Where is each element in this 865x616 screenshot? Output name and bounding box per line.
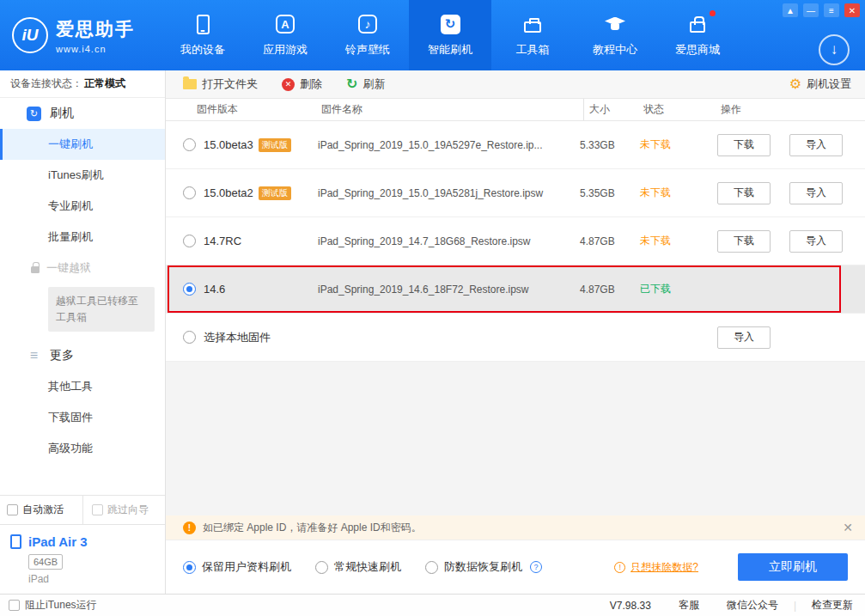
support-link[interactable]: 客服	[679, 598, 699, 613]
checkbox-icon	[92, 504, 103, 515]
sidebar-item-advanced-features[interactable]: 高级功能	[0, 433, 165, 464]
refresh-button[interactable]: ↻ 刷新	[346, 76, 385, 92]
open-folder-button[interactable]: 打开文件夹	[183, 76, 258, 92]
flash-mode-panel: 保留用户资料刷机 常规快速刷机 防数据恢复刷机 ? ! 只想抹除数据? 立即刷机	[166, 540, 865, 594]
download-arrow-icon: ↓	[831, 41, 838, 58]
sidebar-item-one-click-flash[interactable]: 一键刷机	[0, 129, 165, 160]
sidebar-item-download-firmware[interactable]: 下载固件	[0, 402, 165, 433]
check-update-link[interactable]: 检查更新	[812, 598, 853, 613]
download-button[interactable]: 下载	[717, 230, 771, 253]
apple-id-notice: ! 如已绑定 Apple ID，请准备好 Apple ID和密码。 ✕	[166, 515, 865, 540]
erase-data-link[interactable]: 只想抹除数据?	[630, 560, 698, 575]
firmware-toolbar: 打开文件夹 ✕ 删除 ↻ 刷新 ⚙ 刷机设置	[166, 70, 865, 99]
download-status: 未下载	[640, 234, 707, 248]
nav-apps-games[interactable]: A 应用游戏	[244, 0, 326, 70]
lock-icon	[31, 266, 40, 273]
top-bar: iU 爱思助手 www.i4.cn 我的设备 A 应用游戏 ♪ 铃声壁纸 ↻ 智…	[0, 0, 865, 70]
flash-settings-button[interactable]: ⚙ 刷机设置	[789, 76, 851, 92]
firmware-size: 4.87GB	[580, 235, 640, 247]
smart-flash-icon: ↻	[441, 13, 460, 35]
minimize-icon[interactable]: —	[803, 3, 819, 17]
connection-mode: 正常模式	[84, 76, 125, 91]
mode-normal-fast[interactable]: 常规快速刷机	[315, 559, 401, 575]
sidebar-item-jailbreak[interactable]: 一键越狱	[0, 253, 165, 284]
firmware-name: iPad_Spring_2019_15.0_19A5281j_Restore.i…	[318, 187, 580, 199]
nav-mall[interactable]: 爱思商城	[656, 0, 739, 70]
sidebar-item-other-tools[interactable]: 其他工具	[0, 371, 165, 402]
checkbox-icon	[9, 600, 20, 611]
more-section-icon: ≡	[27, 348, 41, 363]
connected-device-info: iPad Air 3 64GB iPad	[0, 524, 165, 594]
sidebar-section-flash[interactable]: ↻ 刷机	[0, 98, 165, 129]
import-button[interactable]: 导入	[789, 134, 843, 156]
table-row-local-firmware[interactable]: 选择本地固件 导入	[166, 314, 865, 362]
close-icon[interactable]: ✕	[844, 3, 860, 17]
warning-icon: !	[183, 521, 196, 534]
download-manager-button[interactable]: ↓	[819, 34, 850, 65]
nav-my-device[interactable]: 我的设备	[161, 0, 244, 70]
import-button[interactable]: 导入	[789, 182, 843, 204]
download-status: 未下载	[640, 186, 707, 200]
logo-monogram-icon: iU	[12, 17, 48, 53]
sidebar-item-batch-flash[interactable]: 批量刷机	[0, 222, 165, 253]
sidebar-checkboxes: 自动激活 跳过向导	[0, 495, 165, 524]
wechat-link[interactable]: 微信公众号	[727, 598, 778, 613]
device-icon	[197, 13, 210, 35]
sidebar-item-pro-flash[interactable]: 专业刷机	[0, 191, 165, 222]
device-model: iPad	[28, 573, 155, 585]
checkbox-icon	[7, 504, 18, 515]
sidebar: 设备连接状态： 正常模式 ↻ 刷机 一键刷机 iTunes刷机 专业刷机 批量刷…	[0, 70, 166, 594]
col-size: 大小	[583, 99, 643, 120]
flash-now-button[interactable]: 立即刷机	[738, 553, 848, 581]
table-row[interactable]: 15.0beta3 测试版 iPad_Spring_2019_15.0_19A5…	[166, 121, 865, 169]
sidebar-item-itunes-flash[interactable]: iTunes刷机	[0, 160, 165, 191]
firmware-radio[interactable]	[183, 138, 196, 151]
beta-badge: 测试版	[259, 138, 291, 152]
firmware-radio[interactable]	[183, 186, 196, 199]
block-itunes-checkbox[interactable]: 阻止iTunes运行	[9, 598, 97, 613]
nav-smart-flash[interactable]: ↻ 智能刷机	[409, 0, 491, 70]
firmware-radio-selected[interactable]	[183, 283, 196, 296]
col-firmware-name: 固件名称	[321, 99, 583, 120]
radio-icon	[425, 561, 438, 574]
notice-close-icon[interactable]: ✕	[843, 521, 853, 534]
col-firmware-version: 固件版本	[183, 99, 321, 120]
tutorial-icon	[605, 13, 625, 35]
help-icon[interactable]: ?	[530, 561, 542, 573]
firmware-name: iPad_Spring_2019_14.7_18G68_Restore.ipsw	[318, 235, 580, 247]
refresh-icon: ↻	[346, 77, 357, 91]
nav-ringtones-wallpapers[interactable]: ♪ 铃声壁纸	[326, 0, 409, 70]
download-status: 已下载	[640, 282, 707, 296]
connection-status: 设备连接状态： 正常模式	[0, 70, 165, 98]
auto-activate-checkbox[interactable]: 自动激活	[0, 496, 83, 524]
divider: |	[794, 600, 796, 612]
nav-tutorial-center[interactable]: 教程中心	[574, 0, 656, 70]
skip-wizard-checkbox[interactable]: 跳过向导	[83, 503, 149, 517]
firmware-version: 14.7RC	[204, 235, 318, 247]
device-capacity-badge: 64GB	[28, 554, 63, 570]
mode-anti-recovery[interactable]: 防数据恢复刷机 ?	[425, 559, 542, 575]
firmware-radio[interactable]	[183, 235, 196, 247]
nav-toolbox[interactable]: 工具箱	[491, 0, 574, 70]
menu-icon[interactable]: ≡	[824, 3, 839, 17]
download-button[interactable]: 下载	[717, 134, 771, 156]
table-row[interactable]: 15.0beta2 测试版 iPad_Spring_2019_15.0_19A5…	[166, 169, 865, 217]
firmware-name: iPad_Spring_2019_15.0_19A5297e_Restore.i…	[318, 139, 580, 151]
table-row-selected[interactable]: 14.6 iPad_Spring_2019_14.6_18F72_Restore…	[166, 265, 865, 314]
import-button[interactable]: 导入	[789, 230, 843, 253]
delete-button[interactable]: ✕ 删除	[282, 76, 322, 92]
download-button[interactable]: 下载	[717, 182, 771, 204]
notification-dot	[710, 10, 716, 16]
beta-badge: 测试版	[259, 186, 291, 200]
mode-keep-user-data[interactable]: 保留用户资料刷机	[183, 559, 291, 575]
firmware-version: 15.0beta2 测试版	[204, 186, 318, 200]
pin-icon[interactable]: ▲	[783, 3, 798, 17]
import-button[interactable]: 导入	[717, 326, 771, 349]
table-row[interactable]: 14.7RC iPad_Spring_2019_14.7_18G68_Resto…	[166, 217, 865, 265]
local-firmware-label: 选择本地固件	[204, 330, 318, 345]
sidebar-section-more[interactable]: ≡ 更多	[0, 340, 165, 371]
tablet-icon	[10, 534, 21, 549]
firmware-size: 5.33GB	[580, 139, 640, 151]
app-logo: iU 爱思助手 www.i4.cn	[0, 0, 161, 70]
firmware-radio[interactable]	[183, 331, 196, 344]
